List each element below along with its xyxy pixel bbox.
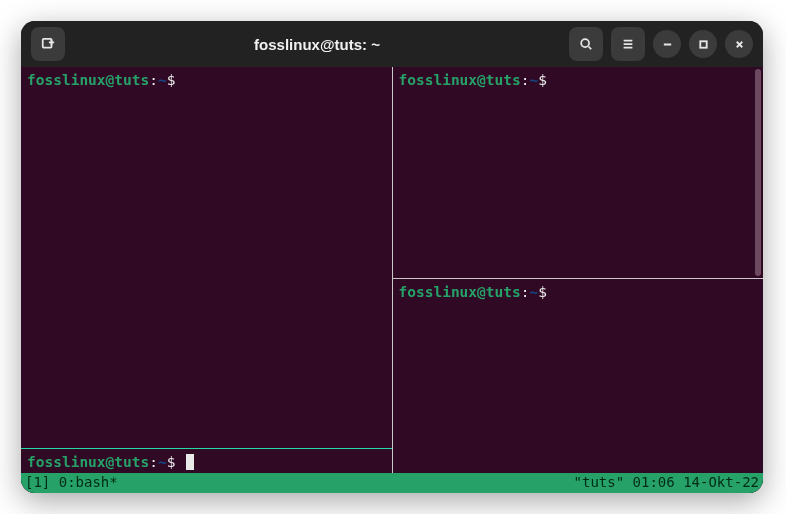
prompt-line: fosslinux@tuts:~$ [399, 283, 758, 301]
tmux-panes: fosslinux@tuts:~$ fosslinux@tuts:~$ foss… [21, 67, 763, 473]
close-button[interactable] [725, 30, 753, 58]
titlebar-right [569, 27, 753, 61]
prompt-colon: : [149, 454, 158, 470]
prompt-host: fosslinux@tuts [27, 454, 149, 470]
minimize-button[interactable] [653, 30, 681, 58]
prompt-dollar: $ [167, 454, 176, 470]
search-icon [579, 37, 593, 51]
prompt-path: ~ [158, 454, 167, 470]
svg-line-4 [589, 47, 592, 50]
right-column: fosslinux@tuts:~$ fosslinux@tuts:~$ [393, 67, 764, 473]
prompt-colon: : [149, 72, 158, 88]
statusbar-right: "tuts" 01:06 14-Okt-22 [574, 474, 759, 492]
tmux-statusbar: [1] 0:bash* "tuts" 01:06 14-Okt-22 [21, 473, 763, 493]
left-column: fosslinux@tuts:~$ fosslinux@tuts:~$ [21, 67, 393, 473]
titlebar-left [31, 27, 65, 61]
scrollbar[interactable] [755, 69, 761, 276]
prompt-dollar: $ [538, 284, 547, 300]
prompt-dollar: $ [538, 72, 547, 88]
pane-top-right[interactable]: fosslinux@tuts:~$ [393, 67, 764, 278]
titlebar: fosslinux@tuts: ~ [21, 21, 763, 67]
prompt-line: fosslinux@tuts:~$ [27, 71, 386, 89]
pane-top-left[interactable]: fosslinux@tuts:~$ [21, 67, 392, 448]
search-button[interactable] [569, 27, 603, 61]
prompt-line: fosslinux@tuts:~$ [27, 453, 386, 471]
window-title: fosslinux@tuts: ~ [73, 36, 561, 53]
statusbar-left: [1] 0:bash* [25, 474, 118, 492]
terminal-window: fosslinux@tuts: ~ fosslinux@tuts:~$ [21, 21, 763, 493]
prompt-path: ~ [529, 72, 538, 88]
menu-button[interactable] [611, 27, 645, 61]
maximize-icon [698, 39, 709, 50]
new-tab-icon [41, 37, 55, 51]
close-icon [734, 39, 745, 50]
prompt-host: fosslinux@tuts [399, 284, 521, 300]
prompt-line: fosslinux@tuts:~$ [399, 71, 758, 89]
maximize-button[interactable] [689, 30, 717, 58]
new-tab-button[interactable] [31, 27, 65, 61]
cursor [186, 454, 194, 470]
svg-point-3 [581, 39, 589, 47]
prompt-path: ~ [529, 284, 538, 300]
prompt-path: ~ [158, 72, 167, 88]
prompt-dollar: $ [167, 72, 176, 88]
minimize-icon [662, 39, 673, 50]
prompt-host: fosslinux@tuts [27, 72, 149, 88]
hamburger-icon [621, 37, 635, 51]
prompt-host: fosslinux@tuts [399, 72, 521, 88]
terminal-area[interactable]: fosslinux@tuts:~$ fosslinux@tuts:~$ foss… [21, 67, 763, 493]
pane-bottom-right[interactable]: fosslinux@tuts:~$ [393, 279, 764, 473]
pane-bottom-left[interactable]: fosslinux@tuts:~$ [21, 449, 392, 473]
svg-rect-9 [700, 41, 706, 47]
